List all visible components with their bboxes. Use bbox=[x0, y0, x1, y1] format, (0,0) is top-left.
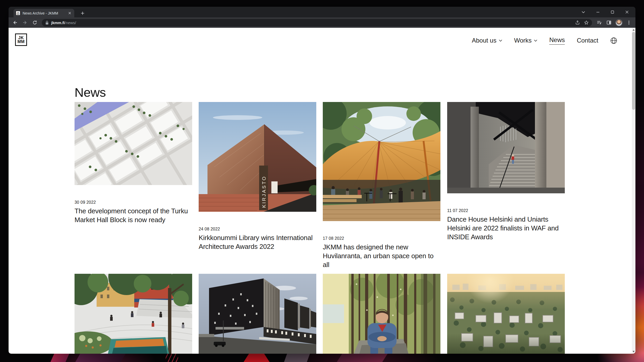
nav-news[interactable]: News bbox=[549, 36, 565, 45]
browser-menu-icon[interactable] bbox=[625, 18, 633, 27]
browser-window: JKMM News Archive - JKMM bbox=[9, 7, 635, 354]
news-title[interactable]: Dance House Helsinki and Uniarts Helsink… bbox=[447, 215, 565, 241]
news-image-dance-house-helsinki[interactable] bbox=[447, 102, 565, 193]
nav-about-us[interactable]: About us bbox=[472, 37, 502, 44]
news-card[interactable] bbox=[199, 274, 316, 354]
news-card[interactable]: 30 09 2022 The development concept of th… bbox=[75, 102, 192, 224]
wallpaper-streak bbox=[337, 353, 388, 362]
close-window-button[interactable] bbox=[623, 9, 631, 16]
news-image-aerial-suburb-sunset[interactable] bbox=[447, 274, 565, 354]
reload-button[interactable] bbox=[30, 18, 39, 27]
maximize-button[interactable] bbox=[608, 9, 616, 16]
news-card[interactable]: KIRJASTO 24 08 2022 Kirkkonummi Library … bbox=[199, 102, 316, 251]
minimize-button[interactable] bbox=[594, 9, 602, 16]
news-image-dark-building-dusk[interactable] bbox=[199, 274, 316, 354]
side-panel-icon[interactable] bbox=[605, 18, 613, 27]
address-bar[interactable]: jkmm.fi/news/ bbox=[42, 19, 592, 26]
scrollbar-thumb[interactable] bbox=[632, 32, 635, 110]
wallpaper-streak bbox=[284, 353, 310, 362]
news-date: 17 08 2022 bbox=[323, 236, 440, 241]
nav-works[interactable]: Works bbox=[514, 37, 538, 44]
tab-strip: JKMM News Archive - JKMM bbox=[9, 7, 635, 17]
news-image-forest-portrait[interactable] bbox=[323, 274, 440, 354]
news-image-kirkkonummi-library[interactable]: KIRJASTO bbox=[199, 102, 316, 212]
back-button[interactable] bbox=[11, 18, 19, 27]
news-title[interactable]: JKMM has designed the new Huvilanranta, … bbox=[323, 243, 440, 269]
news-date: 30 09 2022 bbox=[75, 200, 192, 205]
tab-title: News Archive - JKMM bbox=[23, 11, 67, 15]
browser-toolbar: jkmm.fi/news/ bbox=[9, 17, 635, 28]
news-date: 11 07 2022 bbox=[447, 208, 565, 213]
news-card[interactable]: 17 08 2022 JKMM has designed the new Huv… bbox=[323, 102, 440, 269]
news-card[interactable]: 11 07 2022 Dance House Helsinki and Unia… bbox=[447, 102, 565, 241]
browser-tab[interactable]: JKMM News Archive - JKMM bbox=[14, 9, 74, 17]
news-card[interactable] bbox=[323, 274, 440, 354]
scrollbar-down-arrow[interactable] bbox=[633, 351, 635, 352]
news-image-plaza-render[interactable] bbox=[75, 274, 192, 354]
jkmm-logo[interactable]: JK MM bbox=[15, 33, 27, 46]
forward-button[interactable] bbox=[21, 18, 29, 27]
news-date: 24 08 2022 bbox=[199, 227, 316, 231]
profile-avatar[interactable] bbox=[615, 19, 622, 26]
url-host: jkmm.fi bbox=[51, 21, 65, 25]
site-navigation: About us Works News Contact bbox=[472, 36, 617, 45]
svg-text:KIRJASTO: KIRJASTO bbox=[261, 175, 267, 208]
wallpaper-streak bbox=[166, 353, 178, 362]
scrollbar-up-arrow[interactable] bbox=[633, 29, 635, 31]
media-controls-icon[interactable] bbox=[595, 18, 603, 27]
news-card[interactable] bbox=[75, 274, 192, 354]
nav-contact[interactable]: Contact bbox=[577, 37, 598, 44]
wallpaper-streak bbox=[75, 353, 126, 362]
chevron-down-icon bbox=[534, 39, 537, 42]
lock-icon bbox=[45, 21, 49, 25]
jkmm-favicon: JKMM bbox=[16, 11, 20, 15]
window-controls bbox=[577, 7, 633, 17]
news-card[interactable] bbox=[447, 274, 565, 354]
language-globe-icon[interactable] bbox=[610, 37, 617, 44]
page-scrollbar[interactable] bbox=[632, 28, 635, 354]
tab-close-icon[interactable] bbox=[67, 11, 72, 16]
url-path: /news/ bbox=[65, 21, 76, 25]
news-title[interactable]: The development concept of the Turku Mar… bbox=[75, 207, 192, 224]
chevron-down-icon bbox=[499, 39, 502, 42]
bookmark-star-icon[interactable] bbox=[582, 18, 591, 27]
tab-search-icon[interactable] bbox=[579, 9, 587, 16]
news-title[interactable]: Kirkkonummi Library wins International A… bbox=[199, 233, 316, 251]
new-tab-button[interactable] bbox=[79, 10, 86, 17]
jkmm-news-page: JK MM About us Works News Contact News bbox=[9, 28, 635, 354]
news-image-turku-market-hall-model[interactable] bbox=[75, 102, 192, 185]
news-image-huvilanranta-canopy[interactable] bbox=[323, 102, 440, 221]
share-icon[interactable] bbox=[573, 18, 582, 27]
page-title: News bbox=[75, 85, 106, 100]
